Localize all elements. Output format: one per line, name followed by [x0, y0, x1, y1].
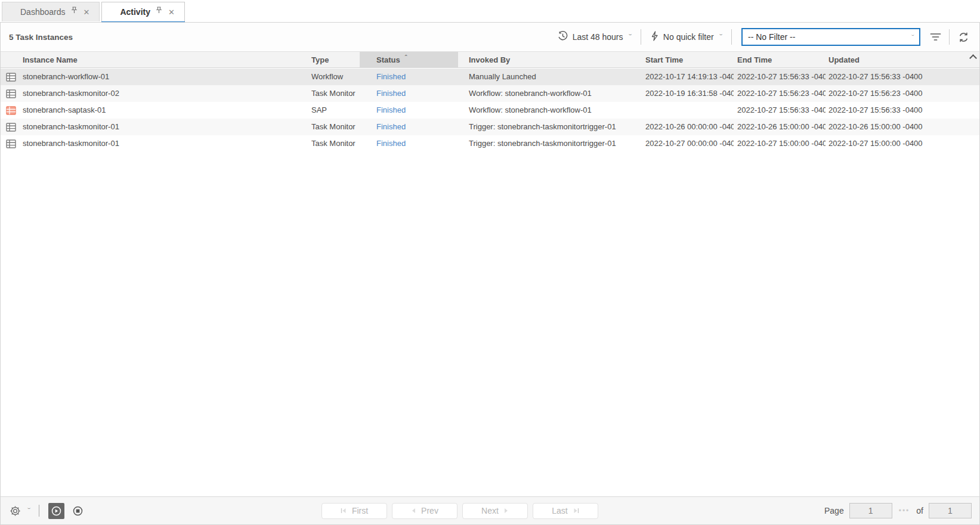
status-link[interactable]: Finished	[360, 85, 458, 102]
filter-list-button[interactable]	[928, 29, 943, 45]
task-instance-list: stonebranch-workflow-01 Workflow Finishe…	[0, 69, 980, 152]
end-time: 2022-10-27 15:56:23 -0400	[734, 85, 826, 102]
updated-time: 2022-10-26 15:00:00 -0400	[826, 119, 980, 135]
icon-column-header	[0, 52, 21, 67]
instance-name: stonebranch-taskmonitor-02	[21, 85, 298, 102]
invoked-by: Workflow: stonebranch-workflow-01	[458, 85, 619, 102]
filter-select-value: -- No Filter --	[748, 32, 795, 42]
next-page-button[interactable]: Next	[462, 503, 528, 519]
invoked-by: Manually Launched	[458, 69, 619, 85]
task-type: SAP	[298, 102, 360, 119]
task-instance-count: 5 Task Instances	[9, 33, 73, 42]
table-row[interactable]: stonebranch-taskmonitor-01 Task Monitor …	[0, 119, 980, 135]
activity-toolbar: 5 Task Instances Last 48 hours ˇ No quic…	[0, 22, 980, 51]
end-time: 2022-10-27 15:56:33 -0400	[734, 102, 826, 119]
quick-filter-dropdown[interactable]: No quick filter ˇ	[651, 31, 722, 43]
page-label: Page	[824, 506, 844, 515]
lightning-bolt-icon	[651, 31, 659, 43]
task-monitor-icon	[0, 135, 21, 152]
end-time: 2022-10-27 15:56:33 -0400	[734, 69, 826, 85]
updated-time: 2022-10-27 15:56:33 -0400	[826, 69, 980, 85]
tab-dashboards[interactable]: Dashboards ✕	[2, 2, 100, 21]
time-filter-label: Last 48 hours	[573, 32, 623, 42]
start-time	[619, 102, 734, 119]
updated-time: 2022-10-27 15:56:23 -0400	[826, 85, 980, 102]
toolbar-divider	[641, 29, 641, 45]
table-row[interactable]: stonebranch-taskmonitor-01 Task Monitor …	[0, 135, 980, 152]
end-time: 2022-10-27 15:00:00 -0400	[734, 135, 826, 152]
updated-time: 2022-10-27 15:56:33 -0400	[826, 102, 980, 119]
table-row[interactable]: stonebranch-taskmonitor-02 Task Monitor …	[0, 85, 980, 102]
clock-history-icon	[558, 31, 568, 43]
status-link[interactable]: Finished	[360, 69, 458, 85]
status-link[interactable]: Finished	[360, 135, 458, 152]
task-monitor-icon	[0, 119, 21, 135]
table-row[interactable]: stonebranch-saptask-01 SAP Finished Work…	[0, 102, 980, 119]
column-header-type[interactable]: Type	[298, 52, 360, 67]
sort-ascending-icon: ˆ	[405, 52, 407, 67]
quick-filter-label: No quick filter	[663, 32, 714, 42]
chevron-down-icon[interactable]: ˇ	[27, 508, 30, 514]
column-header-status[interactable]: Statusˆ	[360, 52, 458, 67]
end-time: 2022-10-26 15:00:00 -0400	[734, 119, 826, 135]
tab-label: Dashboards	[20, 7, 66, 17]
ellipsis: •••	[899, 507, 910, 515]
start-time: 2022-10-17 14:19:13 -0400	[619, 69, 734, 85]
column-header-invoked-by[interactable]: Invoked By	[458, 52, 619, 67]
toolbar-divider	[731, 29, 732, 45]
footer-left-controls: ˇ	[8, 503, 86, 519]
status-link[interactable]: Finished	[360, 102, 458, 119]
chevron-down-icon: ˇ	[719, 34, 722, 41]
task-type: Task Monitor	[298, 135, 360, 152]
last-page-button[interactable]: Last	[533, 503, 598, 519]
toolbar-divider	[949, 29, 950, 45]
task-type: Workflow	[298, 69, 360, 85]
invoked-by: Workflow: stonebranch-workflow-01	[458, 102, 619, 119]
refresh-button[interactable]	[956, 29, 971, 45]
status-link[interactable]: Finished	[360, 119, 458, 135]
filter-select[interactable]: -- No Filter -- ˇ	[741, 28, 920, 46]
of-label: of	[916, 506, 923, 515]
task-type: Task Monitor	[298, 85, 360, 102]
footer-divider	[39, 505, 39, 517]
pin-icon[interactable]	[156, 6, 162, 15]
column-header-end-time[interactable]: End Time	[734, 52, 826, 67]
table-header-row: Instance Name Type Statusˆ Invoked By St…	[0, 51, 980, 68]
column-header-start-time[interactable]: Start Time	[619, 52, 734, 67]
first-page-button[interactable]: First	[321, 503, 387, 519]
chevron-down-icon: ˇ	[911, 34, 914, 40]
workflow-task-icon	[0, 69, 21, 85]
task-type: Task Monitor	[298, 119, 360, 135]
close-icon[interactable]: ✕	[84, 8, 90, 17]
column-header-updated[interactable]: Updated	[826, 52, 980, 67]
chevron-down-icon: ˇ	[628, 34, 631, 41]
start-time: 2022-10-26 00:00:00 -0400	[619, 119, 734, 135]
start-time: 2022-10-27 00:00:00 -0400	[619, 135, 734, 152]
updated-time: 2022-10-27 15:00:00 -0400	[826, 135, 980, 152]
auto-refresh-play-button[interactable]	[48, 503, 64, 519]
footer-bar: ˇ First Prev Next Last Page	[0, 496, 980, 525]
instance-name: stonebranch-saptask-01	[21, 102, 298, 119]
page-indicator: Page ••• of	[824, 503, 972, 518]
prev-page-button[interactable]: Prev	[392, 503, 457, 519]
pin-icon[interactable]	[71, 6, 78, 15]
start-time: 2022-10-19 16:31:58 -0400	[619, 85, 734, 102]
tab-activity[interactable]: Activity ✕	[101, 2, 184, 21]
task-monitor-icon	[0, 85, 21, 102]
sap-task-icon	[0, 102, 21, 119]
column-header-instance-name[interactable]: Instance Name	[21, 52, 298, 67]
close-icon[interactable]: ✕	[168, 8, 175, 17]
current-page-input[interactable]	[849, 503, 892, 518]
time-filter-dropdown[interactable]: Last 48 hours ˇ	[558, 31, 631, 43]
instance-name: stonebranch-taskmonitor-01	[21, 119, 298, 135]
gear-icon[interactable]	[8, 503, 21, 518]
total-pages-input[interactable]	[929, 503, 972, 518]
table-row[interactable]: stonebranch-workflow-01 Workflow Finishe…	[0, 69, 980, 85]
invoked-by: Trigger: stonebranch-taskmonitortrigger-…	[458, 119, 619, 135]
tab-label: Activity	[120, 7, 150, 17]
instance-name: stonebranch-workflow-01	[21, 69, 298, 85]
instance-name: stonebranch-taskmonitor-01	[21, 135, 298, 152]
auto-refresh-stop-button[interactable]	[70, 503, 86, 519]
invoked-by: Trigger: stonebranch-taskmonitortrigger-…	[458, 135, 619, 152]
tab-bar: Dashboards ✕ Activity ✕	[0, 0, 980, 21]
